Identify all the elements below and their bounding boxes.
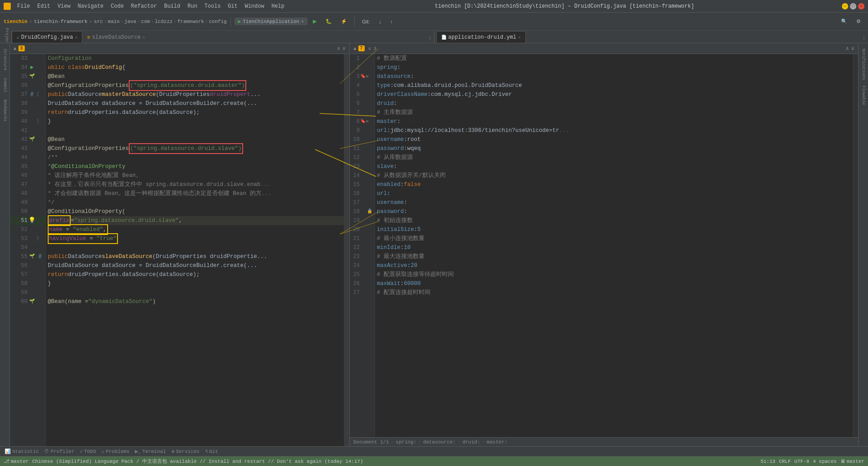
rg-20: 20 — [350, 225, 375, 234]
maximize-button[interactable]: □ — [850, 3, 856, 9]
search-everywhere[interactable]: 🔍 — [837, 15, 851, 28]
git-label[interactable]: Git: — [358, 15, 373, 28]
line-col-status[interactable]: 51:13 — [760, 459, 775, 464]
ln-56: 56 — [15, 261, 27, 270]
menu-view[interactable]: View — [55, 2, 73, 10]
bc-com[interactable]: com — [141, 19, 150, 24]
statistic-icon: 📊 — [5, 448, 11, 454]
window-controls[interactable]: ─ □ ✕ — [842, 3, 864, 9]
bc-src[interactable]: src — [94, 19, 103, 24]
fold-all-button[interactable]: ∧ — [337, 45, 340, 51]
run-button[interactable]: ▶ — [309, 15, 320, 28]
coverage-button[interactable]: ⚡ — [337, 15, 351, 28]
bc-lcdzzz[interactable]: lcdzzz — [155, 19, 173, 24]
left-scrollbar[interactable] — [344, 54, 349, 446]
left-code-text[interactable]: Configuration ublic class DruidConfig { … — [46, 54, 344, 446]
rg-23: 23 — [350, 252, 375, 261]
fold-53[interactable]: } — [36, 234, 44, 243]
menu-git[interactable]: Git — [225, 2, 240, 10]
run-config-selector[interactable]: ▶ TienChinApplication ▾ — [235, 18, 308, 25]
menu-build[interactable]: Build — [161, 2, 183, 10]
tab-druid-config[interactable]: ☕ DruidConfig.java ✕ — [12, 31, 82, 43]
project-sidebar-toggle[interactable]: Project — [2, 30, 12, 43]
encoding-status[interactable]: UTF-8 — [795, 459, 809, 464]
tab-statistic[interactable]: 📊 Statistic — [2, 448, 41, 455]
os-status[interactable]: 🖥 master — [840, 458, 864, 464]
menu-tools[interactable]: Tools — [202, 2, 223, 10]
tab-slave-datasource-close[interactable]: ✕ — [142, 35, 145, 40]
settings-button[interactable]: ⚙ — [853, 15, 864, 28]
menu-navigate[interactable]: Navigate — [75, 2, 106, 10]
menu-window[interactable]: Window — [242, 2, 267, 10]
tab-slave-datasource[interactable]: ⚙ slaveDataSource ✕ — [82, 31, 150, 43]
ln-44: 44 — [15, 153, 27, 162]
fold-55: @ — [36, 252, 44, 261]
yaml-line-9: url: jdbc:mysql://localhost:3306/tienchi… — [377, 126, 853, 135]
menu-help[interactable]: Help — [269, 2, 287, 10]
git-branch-status[interactable]: ⎇ master — [4, 458, 29, 464]
menu-bar[interactable]: File Edit View Navigate Code Refactor Bu… — [14, 2, 287, 10]
sidebar-structure[interactable]: Structure — [2, 47, 8, 72]
tab-profiler[interactable]: ⏱ Profiler — [41, 448, 77, 455]
fold-40[interactable]: } — [36, 117, 44, 126]
tab-application-druid-close[interactable]: ✕ — [518, 35, 521, 40]
tab-services[interactable]: ⚙ Services — [169, 448, 202, 455]
tab-todo[interactable]: ✓ TODO — [77, 448, 99, 455]
bc-config[interactable]: config — [209, 19, 227, 24]
yaml-line-27: # 配置连接超时时间 — [377, 288, 853, 297]
code-line-55: public DataSource slaveDataSource(DruidP… — [48, 252, 344, 261]
status-bar: ⎇ master Chinese (Simplified) Language P… — [0, 456, 868, 466]
bc-main[interactable]: main — [108, 19, 119, 24]
right-unfold-button[interactable]: ∨ — [851, 45, 854, 51]
tab-problems[interactable]: ⚠ Problems — [99, 448, 132, 455]
menu-file[interactable]: File — [14, 2, 33, 10]
code-line-59 — [48, 288, 344, 297]
yaml-line-21: # 最小连接池数量 — [377, 234, 853, 243]
sidebar-bookmarks[interactable]: Bookmarks — [2, 98, 8, 123]
right-pane-menu[interactable]: ⋮ — [860, 33, 868, 43]
unfold-button[interactable]: ∨ — [342, 45, 346, 51]
tab-application-druid[interactable]: 📄 application-druid.yml ✕ — [436, 31, 526, 43]
gutter-51: 51 💡 — [10, 216, 45, 225]
code-line-57: return druidProperties.dataSource(dataSo… — [48, 270, 344, 279]
line-ending-status[interactable]: CRLF — [779, 459, 791, 464]
menu-refactor[interactable]: Refactor — [128, 2, 160, 10]
language-pack-notice[interactable]: Chinese (Simplified) Language Pack / 中文语… — [32, 458, 363, 465]
tab-terminal[interactable]: ▶_ Terminal — [132, 448, 169, 455]
sidebar-notifications[interactable]: Notifications — [860, 47, 867, 82]
fold-37[interactable]: { — [36, 90, 44, 99]
menu-run[interactable]: Run — [185, 2, 200, 10]
gutter-42: 42 🌱 — [10, 135, 45, 144]
right-fold-button[interactable]: ∧ — [845, 45, 849, 51]
minimize-button[interactable]: ─ — [842, 3, 848, 9]
right-scrollbar[interactable] — [853, 54, 858, 437]
sidebar-commit[interactable]: Commit — [2, 76, 8, 94]
tab-git-bottom[interactable]: ⌥ Git — [202, 448, 221, 455]
yaml-line-18: password: — [377, 207, 853, 216]
sidebar-flowable[interactable]: Flowable — [860, 84, 867, 107]
rg-15: 15 — [350, 180, 375, 189]
rg-25: 25 — [350, 270, 375, 279]
gutter-48: 48 — [10, 189, 45, 198]
left-pane-menu[interactable]: ⋮ — [426, 33, 434, 43]
run-config-chevron: ▾ — [301, 18, 304, 24]
yaml-line-6: druid: — [377, 99, 853, 108]
yaml-line-25: # 配置获取连接等待超时时间 — [377, 270, 853, 279]
right-code-text[interactable]: # 数源配置 spring: datasource: type: com.ali… — [375, 54, 853, 437]
indent-status[interactable]: 4 spaces — [813, 459, 837, 464]
git-update[interactable]: ↓ — [375, 15, 385, 28]
gutter-38: 38 — [10, 99, 45, 108]
menu-code[interactable]: Code — [108, 2, 127, 10]
bc-framework[interactable]: framework — [177, 19, 204, 24]
git-push[interactable]: ↑ — [387, 15, 397, 28]
debug-button[interactable]: 🐛 — [322, 15, 335, 28]
framework-name[interactable]: tienchin-framework — [34, 19, 87, 24]
tab-druid-config-close[interactable]: ✕ — [75, 35, 77, 40]
menu-edit[interactable]: Edit — [35, 2, 53, 10]
project-name[interactable]: tienchin — [4, 19, 27, 24]
close-button[interactable]: ✕ — [858, 3, 864, 9]
bc-java[interactable]: java — [124, 19, 136, 24]
gutter-40: 40 } — [10, 117, 45, 126]
yaml-icon: 📄 — [441, 35, 447, 40]
rg-22: 22 — [350, 243, 375, 252]
